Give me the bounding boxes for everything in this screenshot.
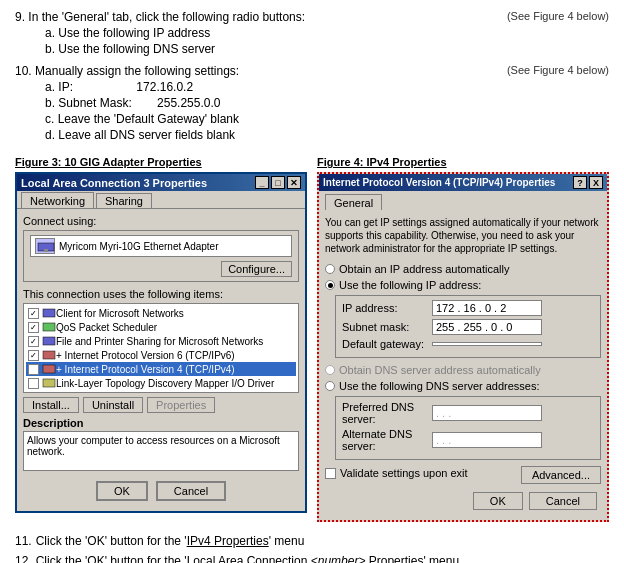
figure4-dialog: Internet Protocol Version 4 (TCP/IPv4) P… xyxy=(317,172,609,522)
figure4-tab-row: General xyxy=(319,191,607,210)
checkbox-printer[interactable]: ✓ xyxy=(28,336,39,347)
list-item: Link-Layer Topology Discovery Mapper I/O… xyxy=(26,376,296,390)
figure3-configure-btn[interactable]: Configure... xyxy=(221,261,292,277)
description-text: Allows your computer to access resources… xyxy=(23,431,299,471)
validate-checkbox[interactable] xyxy=(325,468,336,479)
preferred-dns-label: Preferred DNS server: xyxy=(342,401,432,425)
item11-num: 11. xyxy=(15,534,32,548)
figure4-close-btn[interactable]: X xyxy=(589,176,603,189)
dns-fields-box: Preferred DNS server: . . . Alternate DN… xyxy=(335,396,601,460)
description-label: Description xyxy=(23,417,299,429)
properties-btn[interactable]: Properties xyxy=(147,397,215,413)
figure3-tab-sharing[interactable]: Sharing xyxy=(96,193,152,208)
figure3-ok-row: OK Cancel xyxy=(23,477,299,505)
figure4-tab-general[interactable]: General xyxy=(325,194,382,210)
auto-dns-radio-row: Obtain DNS server address automatically xyxy=(325,364,601,376)
item10-sub-c: Leave the 'Default Gateway' blank xyxy=(45,112,497,126)
checkbox-client[interactable]: ✓ xyxy=(28,308,39,319)
link-icon xyxy=(42,391,56,393)
item9-sublist: Use the following IP address Use the fol… xyxy=(15,26,497,56)
figure3-titlebar: Local Area Connection 3 Properties _ □ ✕ xyxy=(17,174,305,191)
figure4-info-text: You can get IP settings assigned automat… xyxy=(325,216,601,255)
figure3-cancel-btn[interactable]: Cancel xyxy=(156,481,226,501)
figure4-titlebar: Internet Protocol Version 4 (TCP/IPv4) P… xyxy=(319,174,607,191)
item10-sublist: IP: 172.16.0.2 Subnet Mask: 255.255.0.0 … xyxy=(15,80,497,142)
auto-ip-radio-row: Obtain an IP address automatically xyxy=(325,263,601,275)
manual-dns-radio-row: Use the following DNS server addresses: xyxy=(325,380,601,392)
figure4-title-buttons: ? X xyxy=(573,176,603,189)
figure3-adapter-box: Myricom Myri-10G Ethernet Adapter Config… xyxy=(23,230,299,282)
checkbox-link1[interactable] xyxy=(28,378,39,389)
list-item: ✓ File and Printer Sharing for Microsoft… xyxy=(26,334,296,348)
figure3-tab-networking[interactable]: Networking xyxy=(21,192,94,208)
validate-label: Validate settings upon exit xyxy=(340,467,468,479)
figure3-items-label: This connection uses the following items… xyxy=(23,288,299,300)
adapter-icon xyxy=(35,238,55,254)
figure4-ok-btn[interactable]: OK xyxy=(473,492,523,510)
figure3-minimize-btn[interactable]: _ xyxy=(255,176,269,189)
gateway-field-input[interactable] xyxy=(432,342,542,346)
figure4-title: Internet Protocol Version 4 (TCP/IPv4) P… xyxy=(323,177,555,188)
figure3-title: Local Area Connection 3 Properties xyxy=(21,177,207,189)
manual-dns-radio[interactable] xyxy=(325,381,335,391)
list-item: Link-Layer Topology Discovery Responder xyxy=(26,390,296,393)
figure3-block: Figure 3: 10 GIG Adapter Properties Loca… xyxy=(15,156,307,522)
network-icon xyxy=(42,307,56,319)
subnet-field-input[interactable]: 255 . 255 . 0 . 0 xyxy=(432,319,542,335)
figure3-tabs: Networking Sharing xyxy=(17,191,305,209)
item9-sub-b: Use the following DNS server xyxy=(45,42,497,56)
manual-ip-radio-row: Use the following IP address: xyxy=(325,279,601,291)
alternate-dns-input[interactable]: . . . xyxy=(432,432,542,448)
checkbox-qos[interactable]: ✓ xyxy=(28,322,39,333)
manual-ip-radio[interactable] xyxy=(325,280,335,290)
figure3-close-btn[interactable]: ✕ xyxy=(287,176,301,189)
item10-sub-b: Subnet Mask: 255.255.0.0 xyxy=(45,96,497,110)
figure4-help-btn[interactable]: ? xyxy=(573,176,587,189)
link-icon xyxy=(42,377,56,389)
figure4-caption: Figure 4: IPv4 Properties xyxy=(317,156,609,168)
figure3-body: Connect using: Myricom Myri-10G Ethernet… xyxy=(17,209,305,511)
bottom-instructions: 11. Click the 'OK' button for the 'IPv4 … xyxy=(15,534,609,563)
checkbox-ipv6[interactable]: ✓ xyxy=(28,350,39,361)
protocol-icon xyxy=(42,349,56,361)
item12-text: Click the 'OK' button for the 'Local Are… xyxy=(36,554,459,563)
figure4-block: Figure 4: IPv4 Properties Internet Proto… xyxy=(317,156,609,522)
ip-field-input[interactable]: 172 . 16 . 0 . 2 xyxy=(432,300,542,316)
figure4-cancel-btn[interactable]: Cancel xyxy=(529,492,597,510)
subnet-field-row: Subnet mask: 255 . 255 . 0 . 0 xyxy=(342,319,594,335)
item9-text: In the 'General' tab, click the followin… xyxy=(28,10,305,24)
figure3-dialog: Local Area Connection 3 Properties _ □ ✕… xyxy=(15,172,307,513)
auto-ip-radio[interactable] xyxy=(325,264,335,274)
instruction-9: 9. In the 'General' tab, click the follo… xyxy=(15,10,609,58)
install-btn[interactable]: Install... xyxy=(23,397,79,413)
figures-row: Figure 3: 10 GIG Adapter Properties Loca… xyxy=(15,156,609,522)
svg-rect-3 xyxy=(43,323,55,331)
list-item: ✓ + Internet Protocol Version 6 (TCP/IPv… xyxy=(26,348,296,362)
figure4-body: You can get IP settings assigned automat… xyxy=(319,210,607,520)
preferred-dns-input[interactable]: . . . xyxy=(432,405,542,421)
ip-field-label: IP address: xyxy=(342,302,432,314)
alternate-dns-row: Alternate DNS server: . . . xyxy=(342,428,594,452)
figure3-maximize-btn[interactable]: □ xyxy=(271,176,285,189)
auto-dns-label: Obtain DNS server address automatically xyxy=(339,364,541,376)
figure3-adapter-name: Myricom Myri-10G Ethernet Adapter xyxy=(59,241,219,252)
checkbox-ipv4[interactable]: ✓ xyxy=(28,364,39,375)
figure3-ok-btn[interactable]: OK xyxy=(96,481,148,501)
ip-field-row: IP address: 172 . 16 . 0 . 2 xyxy=(342,300,594,316)
list-item[interactable]: ✓ + Internet Protocol Version 4 (TCP/IPv… xyxy=(26,362,296,376)
advanced-btn[interactable]: Advanced... xyxy=(521,466,601,484)
item10-num: 10. xyxy=(15,64,32,78)
figure3-adapter-row: Myricom Myri-10G Ethernet Adapter xyxy=(30,235,292,257)
auto-dns-radio[interactable] xyxy=(325,365,335,375)
list-item: ✓ Client for Microsoft Networks xyxy=(26,306,296,320)
ip-fields-box: IP address: 172 . 16 . 0 . 2 Subnet mask… xyxy=(335,295,601,358)
validate-row: Validate settings upon exit xyxy=(325,467,468,479)
svg-rect-4 xyxy=(43,337,55,345)
item9-note: (See Figure 4 below) xyxy=(507,10,609,58)
item9-sub-a: Use the following IP address xyxy=(45,26,497,40)
item11-text: Click the 'OK' button for the 'IPv4 Prop… xyxy=(36,534,305,548)
figure3-connect-label: Connect using: xyxy=(23,215,299,227)
uninstall-btn[interactable]: Uninstall xyxy=(83,397,143,413)
preferred-dns-row: Preferred DNS server: . . . xyxy=(342,401,594,425)
checkbox-link2[interactable] xyxy=(28,392,39,394)
